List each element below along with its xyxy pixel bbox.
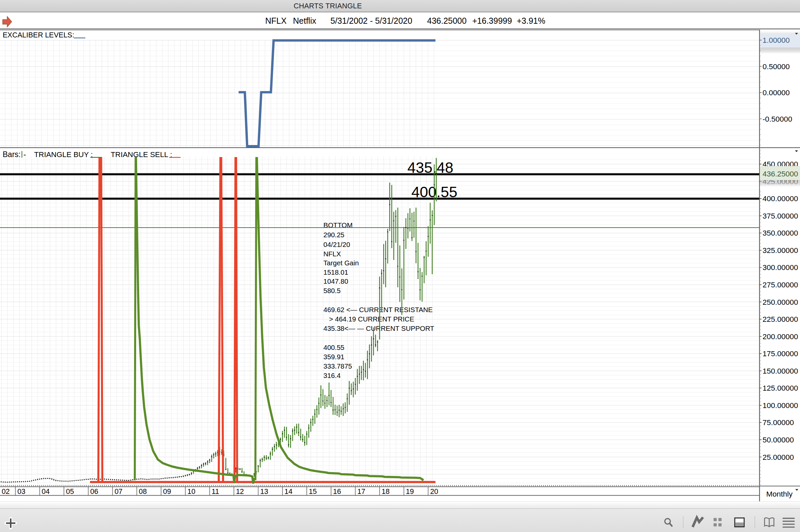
svg-text:436.25000: 436.25000 [763,170,798,178]
svg-text:50.00000: 50.00000 [763,436,794,444]
svg-text:Monthly: Monthly [766,490,793,498]
svg-text:290.25: 290.25 [323,231,344,239]
svg-text:175.00000: 175.00000 [763,349,798,358]
svg-text:Bars:: Bars: [3,150,21,159]
svg-text:400.55: 400.55 [323,344,344,351]
svg-text:580.5: 580.5 [323,287,341,294]
svg-text:469.62 <— CURRENT RESISTANE: 469.62 <— CURRENT RESISTANE [323,306,433,314]
svg-text:TRIANGLE BUY :: TRIANGLE BUY : [34,150,93,159]
svg-text:14: 14 [285,488,293,496]
svg-text:11: 11 [212,488,219,496]
svg-text:19: 19 [406,488,414,496]
svg-text:75.00000: 75.00000 [763,418,794,427]
svg-text:100.00000: 100.00000 [763,401,798,410]
svg-text:25.00000: 25.00000 [763,453,794,461]
svg-text:15: 15 [309,488,317,496]
svg-text:05: 05 [66,488,74,496]
svg-text:10: 10 [187,488,195,496]
svg-text:02: 02 [2,488,10,496]
svg-text:0.00000: 0.00000 [763,89,789,97]
svg-text:04/21/20: 04/21/20 [323,241,350,248]
svg-text:06: 06 [90,488,98,496]
svg-text:350.00000: 350.00000 [763,229,798,237]
svg-text:400.00000: 400.00000 [763,194,798,203]
svg-text:NFLX: NFLX [323,250,341,258]
svg-text:-0.50000: -0.50000 [763,115,792,123]
svg-text:07: 07 [114,488,122,496]
svg-text:1518.01: 1518.01 [323,268,348,276]
svg-text:375.00000: 375.00000 [763,212,798,220]
svg-text:333.7875: 333.7875 [323,362,352,370]
svg-text:04: 04 [42,488,50,496]
svg-text:EXCALIBER LEVELS:: EXCALIBER LEVELS: [3,31,74,39]
svg-text:359.91: 359.91 [323,353,344,361]
svg-text:Target Gain: Target Gain [323,259,359,267]
svg-text:18: 18 [382,488,389,496]
svg-text:435.38<— — CURRENT SUPPORT: 435.38<— — CURRENT SUPPORT [323,324,434,332]
svg-text:150.00000: 150.00000 [763,367,798,375]
svg-text:125.00000: 125.00000 [763,384,798,392]
svg-text:435.48: 435.48 [407,159,454,176]
svg-text:200.00000: 200.00000 [763,332,798,341]
svg-text:325.00000: 325.00000 [763,246,798,255]
svg-text:16: 16 [333,488,341,496]
svg-text:17: 17 [357,488,365,496]
svg-text:08: 08 [139,488,147,496]
svg-text:> 464.19 CURRENT PRICE: > 464.19 CURRENT PRICE [323,315,414,323]
svg-text:300.00000: 300.00000 [763,263,798,272]
svg-text:13: 13 [260,488,268,496]
svg-text:275.00000: 275.00000 [763,281,798,289]
svg-text:12: 12 [236,488,244,496]
svg-text:250.00000: 250.00000 [763,298,798,306]
svg-text:225.00000: 225.00000 [763,315,798,323]
svg-text:1.00000: 1.00000 [763,36,789,44]
svg-text:316.4: 316.4 [323,372,341,379]
svg-text:09: 09 [163,488,171,496]
svg-text:0.50000: 0.50000 [763,62,789,71]
svg-text:20: 20 [430,488,438,496]
svg-text:TRIANGLE SELL :: TRIANGLE SELL : [111,150,172,159]
svg-text:-: - [23,150,26,159]
svg-text:03: 03 [17,488,25,496]
svg-text:1047.80: 1047.80 [323,277,348,285]
